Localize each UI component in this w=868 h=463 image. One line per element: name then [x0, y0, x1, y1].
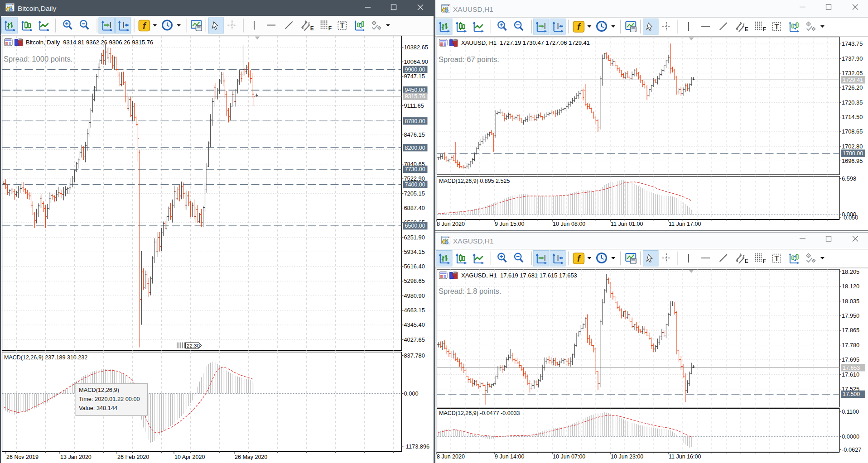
svg-text:8 Jun 2020: 8 Jun 2020 — [437, 453, 465, 460]
svg-text:1743.75: 1743.75 — [842, 40, 863, 47]
svg-text:MACD(12,26,9) 237.189 310.232: MACD(12,26,9) 237.189 310.232 — [4, 354, 87, 361]
svg-text:Bitcoin, Daily 9314.81 9362.2: Bitcoin, Daily 9314.81 9362.26 9306.26 9… — [26, 39, 153, 46]
svg-text:18.035: 18.035 — [842, 298, 859, 305]
svg-text:17.865: 17.865 — [842, 327, 859, 334]
svg-text:9111.65: 9111.65 — [404, 102, 424, 109]
svg-text:MACD(12,26,9): MACD(12,26,9) — [79, 387, 119, 393]
svg-text:1737.90: 1737.90 — [842, 55, 863, 62]
svg-text:26 Nov 2019: 26 Nov 2019 — [6, 454, 39, 460]
svg-text:18.120: 18.120 — [842, 283, 859, 290]
svg-text:4345.40: 4345.40 — [404, 321, 425, 328]
svg-text:7400.00: 7400.00 — [405, 181, 425, 188]
svg-text:10 Jun 07:00: 10 Jun 07:00 — [553, 453, 585, 460]
svg-text:7205.15: 7205.15 — [404, 190, 425, 197]
svg-text:Spread: 67 points.: Spread: 67 points. — [439, 55, 499, 63]
svg-text:17.610: 17.610 — [842, 371, 859, 378]
svg-text:0.1100: 0.1100 — [842, 408, 859, 415]
svg-text:-1173.896: -1173.896 — [404, 443, 430, 450]
svg-text:11 Jun 17:00: 11 Jun 17:00 — [669, 221, 701, 227]
svg-text:837.780: 837.780 — [404, 352, 425, 359]
svg-text:MACD(12,26,9) -0.0477 -0.0033: MACD(12,26,9) -0.0477 -0.0033 — [439, 410, 520, 416]
svg-text:10 Apr 2020: 10 Apr 2020 — [174, 454, 205, 460]
svg-text:17.780: 17.780 — [842, 342, 859, 348]
svg-text:Value: 348.144: Value: 348.144 — [79, 405, 117, 411]
svg-text:6887.40: 6887.40 — [404, 205, 425, 211]
svg-text:MACD(12,26,9) 0.895 2.525: MACD(12,26,9) 0.895 2.525 — [439, 178, 510, 184]
svg-text:5298.65: 5298.65 — [404, 277, 425, 284]
svg-text:XAUUSD,H1: XAUUSD,H1 — [453, 5, 493, 13]
svg-text:17.695: 17.695 — [842, 356, 859, 363]
svg-text:10064.90: 10064.90 — [404, 58, 428, 65]
svg-text:10 Jun 08:00: 10 Jun 08:00 — [553, 221, 585, 227]
svg-text:XAGUSD, H1 17.619 17.681 17.6: XAGUSD, H1 17.619 17.681 17.615 17.653 — [461, 272, 577, 279]
svg-text:-0.0627: -0.0627 — [842, 446, 861, 453]
svg-text:9747.15: 9747.15 — [404, 73, 425, 80]
svg-text:26 Feb 2020: 26 Feb 2020 — [117, 454, 149, 460]
svg-text:10 Jun 23:00: 10 Jun 23:00 — [611, 453, 643, 460]
svg-text:8476.15: 8476.15 — [404, 131, 425, 138]
svg-text:Bitcoin,Daily: Bitcoin,Daily — [18, 5, 57, 12]
svg-text:1702.80: 1702.80 — [842, 143, 863, 150]
svg-text:6500.00: 6500.00 — [405, 223, 425, 229]
svg-text:26 May 2020: 26 May 2020 — [235, 454, 267, 460]
svg-text:1700.00: 1700.00 — [843, 150, 863, 157]
svg-text:18.205: 18.205 — [842, 268, 859, 275]
svg-text:17.950: 17.950 — [842, 312, 859, 319]
svg-text:1726.20: 1726.20 — [842, 84, 863, 91]
svg-text:4663.15: 4663.15 — [404, 307, 425, 314]
svg-text:Spread: 1.8 points.: Spread: 1.8 points. — [439, 287, 502, 295]
svg-text:11 Jun 01:00: 11 Jun 01:00 — [611, 221, 643, 227]
svg-text:1732.05: 1732.05 — [842, 70, 863, 76]
svg-text:5616.40: 5616.40 — [404, 263, 425, 270]
svg-text:0.0000: 0.0000 — [842, 433, 859, 440]
svg-text:8200.00: 8200.00 — [405, 145, 425, 151]
svg-text:17.500: 17.500 — [843, 391, 860, 397]
svg-text:1708.65: 1708.65 — [842, 128, 863, 135]
svg-text:8 Jun 2020: 8 Jun 2020 — [437, 221, 465, 227]
svg-text:6251.90: 6251.90 — [404, 234, 425, 241]
svg-text:10382.65: 10382.65 — [404, 44, 428, 51]
svg-text:17.653: 17.653 — [843, 365, 860, 371]
svg-text:8780.00: 8780.00 — [405, 118, 425, 124]
svg-text:9 Jun 14:00: 9 Jun 14:00 — [495, 453, 524, 460]
svg-text:11 Jun 16:00: 11 Jun 16:00 — [669, 453, 701, 460]
svg-text:1720.35: 1720.35 — [842, 99, 863, 106]
svg-text:XAGUSD,H1: XAGUSD,H1 — [453, 237, 494, 245]
svg-text:5934.15: 5934.15 — [404, 248, 425, 255]
svg-text:22:30: 22:30 — [187, 343, 200, 348]
svg-text:Time: 2020.01.22 00:00: Time: 2020.01.22 00:00 — [79, 396, 140, 402]
svg-text:1714.50: 1714.50 — [842, 114, 863, 120]
svg-text:4027.65: 4027.65 — [404, 336, 425, 343]
svg-text:9315.76: 9315.76 — [405, 93, 425, 100]
svg-text:4980.90: 4980.90 — [404, 292, 425, 299]
svg-text:9900.00: 9900.00 — [405, 67, 425, 73]
svg-text:1696.95: 1696.95 — [842, 158, 863, 164]
svg-text:1729.41: 1729.41 — [843, 77, 863, 83]
svg-text:9450.00: 9450.00 — [405, 87, 425, 93]
svg-text:-0.050: -0.050 — [842, 214, 858, 221]
svg-text:6.598: 6.598 — [842, 175, 856, 182]
svg-text:0.000: 0.000 — [404, 390, 419, 397]
svg-text:13 Jan 2020: 13 Jan 2020 — [60, 454, 92, 460]
svg-text:7730.00: 7730.00 — [405, 166, 425, 172]
svg-text:Spread: 1000 points.: Spread: 1000 points. — [4, 55, 72, 63]
svg-text:XAUUSD, H1 1727.19 1730.47 17: XAUUSD, H1 1727.19 1730.47 1727.06 1729.… — [461, 39, 590, 46]
svg-text:9 Jun 15:00: 9 Jun 15:00 — [495, 221, 524, 227]
